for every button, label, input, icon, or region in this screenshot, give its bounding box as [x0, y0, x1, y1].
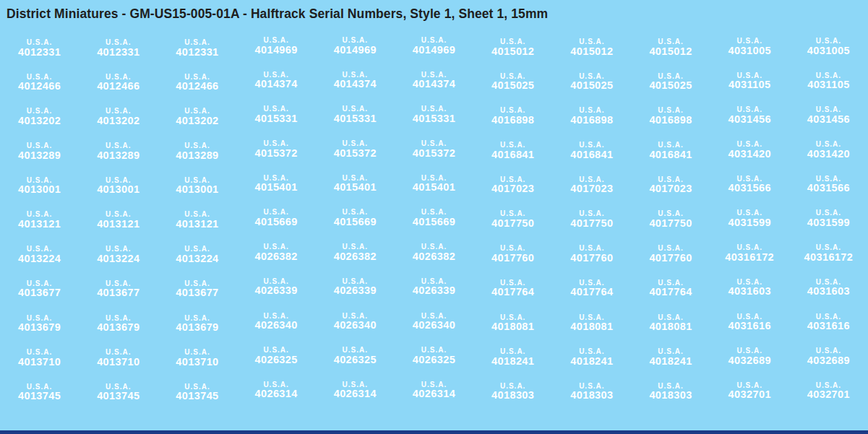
serial-number: 4013679: [79, 322, 158, 334]
serial-number: 4013710: [0, 356, 79, 368]
serial-number: 4015372: [237, 147, 316, 159]
decal-cell: U.S.A.4015401: [316, 170, 395, 205]
decal-cell: U.S.A.4013224: [0, 241, 79, 276]
serial-number: 4012466: [79, 81, 158, 92]
decal-cell: U.S.A.4017760: [552, 240, 631, 275]
decal-cell: U.S.A.4013224: [158, 241, 236, 276]
serial-number: 4014969: [237, 44, 316, 56]
decal-cell: U.S.A.4031105: [710, 68, 789, 103]
decal-cell: U.S.A.4017760: [631, 240, 710, 275]
decal-cell: U.S.A.4026325: [237, 342, 316, 377]
serial-number: 4013679: [158, 322, 236, 334]
decal-cell: U.S.A.4031105: [789, 68, 868, 103]
decal-cell: U.S.A.4013289: [79, 138, 158, 173]
decal-cell: U.S.A.4015669: [316, 204, 395, 239]
decal-cell: U.S.A.4013001: [158, 173, 236, 207]
decal-cell: U.S.A.4015372: [395, 136, 473, 170]
serial-number: 4015025: [631, 80, 710, 92]
serial-number: 4031005: [789, 45, 868, 56]
serial-number: 4031105: [789, 79, 868, 91]
serial-number: 4013224: [79, 253, 158, 264]
decal-cell: U.S.A.4014374: [316, 67, 395, 102]
serial-number: 4015331: [237, 113, 316, 125]
serial-number: 4026339: [237, 285, 316, 297]
decal-cell: U.S.A.4013202: [158, 103, 236, 138]
decal-cell: U.S.A.4017764: [473, 275, 552, 310]
decal-cell: U.S.A.40316172: [789, 240, 868, 274]
serial-number: 4032689: [710, 355, 789, 366]
serial-number: 4012331: [158, 46, 236, 58]
serial-number: 4017750: [631, 218, 710, 230]
decal-cell: U.S.A.4014374: [395, 67, 473, 102]
decal-cell: U.S.A.4017023: [552, 172, 631, 207]
serial-number: 4031005: [710, 45, 789, 56]
decal-cell: U.S.A.4032689: [710, 343, 789, 378]
serial-number: 4018081: [631, 321, 710, 333]
decal-cell: U.S.A.4012331: [79, 35, 158, 69]
serial-number: 4013224: [0, 253, 79, 264]
serial-number: 4017760: [631, 252, 710, 264]
serial-number: 4017023: [473, 183, 552, 195]
serial-number: 4016898: [631, 115, 710, 126]
decal-cell: U.S.A.4015012: [473, 34, 552, 69]
serial-number: 4032701: [710, 389, 789, 401]
decal-cell: U.S.A.4013289: [0, 138, 79, 173]
decal-cell: U.S.A.4013289: [158, 138, 236, 173]
decal-cell: U.S.A.4013679: [79, 311, 158, 345]
serial-number: 4013289: [0, 149, 79, 161]
decal-cell: U.S.A.4026314: [316, 377, 395, 412]
decal-cell: U.S.A.4031603: [789, 274, 868, 309]
decal-cell: U.S.A.4031005: [710, 33, 789, 68]
serial-number: 4015669: [316, 217, 395, 228]
decal-cell: U.S.A.4031420: [710, 136, 789, 171]
decal-cell: U.S.A.4014969: [316, 32, 395, 67]
decal-cell: U.S.A.4012331: [0, 35, 79, 69]
serial-number: 4031616: [789, 321, 868, 332]
serial-number: 4026314: [237, 389, 316, 400]
serial-number: 4013677: [79, 287, 158, 299]
decal-cell: U.S.A.4026325: [395, 342, 473, 377]
decal-cell: U.S.A.4013710: [158, 344, 236, 379]
decal-cell: U.S.A.4026340: [395, 308, 473, 343]
decal-cell: U.S.A.4015012: [631, 34, 710, 69]
serial-number: 4026382: [316, 251, 395, 262]
decal-cell: U.S.A.4013202: [0, 103, 79, 138]
serial-number: 4013289: [79, 149, 158, 161]
decal-cell: U.S.A.4016898: [552, 103, 631, 137]
serial-number: 4013745: [158, 391, 236, 402]
serial-number: 4018303: [473, 390, 552, 402]
decal-cell: U.S.A.4031616: [789, 309, 868, 344]
decal-cell: U.S.A.40316172: [710, 240, 789, 274]
decal-cell: U.S.A.4031566: [710, 171, 789, 206]
serial-number: 4031420: [789, 148, 868, 160]
decal-cell: U.S.A.4013121: [158, 207, 236, 241]
serial-number: 4031420: [710, 148, 789, 160]
serial-number: 4015401: [237, 182, 316, 194]
decal-cell: U.S.A.4013202: [79, 103, 158, 138]
decal-cell: U.S.A.4015331: [316, 101, 395, 136]
decal-cell: U.S.A.4017750: [631, 206, 710, 240]
serial-number: 4018081: [473, 321, 552, 333]
serial-number: 4031599: [710, 217, 789, 229]
serial-number: 4026339: [395, 285, 473, 297]
decal-cell: U.S.A.4031599: [789, 205, 868, 240]
decal-cell: U.S.A.4018303: [631, 378, 710, 413]
serial-number: 4013710: [79, 356, 158, 368]
serial-number: 4031456: [710, 114, 789, 126]
decal-cell: U.S.A.4015372: [237, 136, 316, 170]
decal-cell: U.S.A.4012466: [158, 69, 236, 104]
decal-cell: U.S.A.4015025: [552, 69, 631, 103]
decal-cell: U.S.A.4026339: [237, 274, 316, 308]
decal-cell: U.S.A.4017764: [552, 275, 631, 310]
serial-number: 4015331: [316, 113, 395, 125]
serial-number: 4026382: [237, 251, 316, 262]
decal-cell: U.S.A.4013001: [79, 173, 158, 207]
serial-number: 4026340: [237, 320, 316, 331]
serial-number: 4017023: [631, 183, 710, 195]
decal-cell: U.S.A.4013745: [158, 379, 236, 414]
serial-number: 4013121: [158, 219, 236, 230]
serial-number: 4026325: [237, 354, 316, 365]
serial-number: 4032689: [789, 355, 868, 366]
serial-number: 4013745: [79, 391, 158, 402]
serial-number: 4013202: [0, 116, 79, 127]
